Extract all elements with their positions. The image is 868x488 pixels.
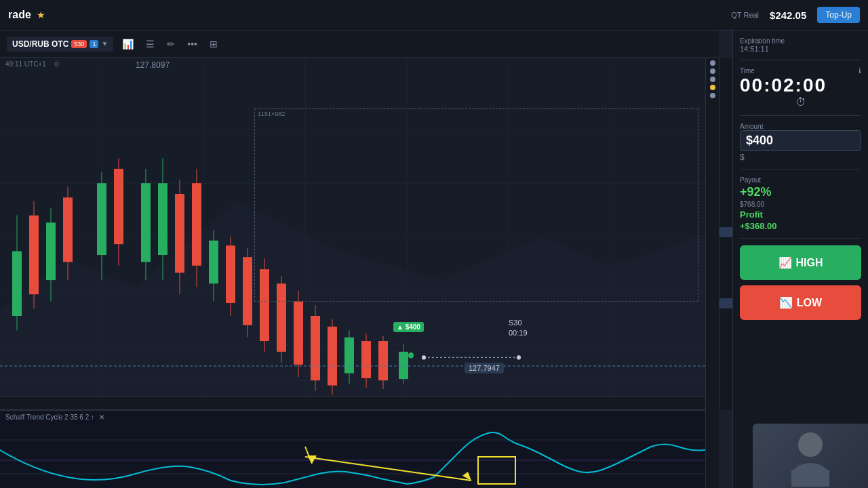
svg-rect-47 <box>328 327 337 386</box>
expiry-value: 14:51:11 <box>740 45 861 53</box>
svg-rect-33 <box>209 241 218 284</box>
expiry-section: Expiration time 14:51:11 <box>740 37 861 53</box>
amount-input[interactable] <box>740 130 861 151</box>
s30-label: S30 <box>509 319 522 327</box>
svg-rect-49 <box>344 338 354 373</box>
trade-marker: ▲ $400 <box>393 322 424 332</box>
asset-dropdown-arrow: ▼ <box>101 40 108 47</box>
amount-label: Amount <box>740 123 861 130</box>
indicator-panel: Schaff Trend Cycle 2 35 6 2 ↑ ✕ <box>0 410 719 488</box>
account-type: QT Real <box>731 11 759 19</box>
svg-rect-35 <box>226 245 235 303</box>
trade-amount-badge: ▲ $400 <box>393 322 424 332</box>
top-bar-right: QT Real $242.05 Top-Up <box>731 7 860 23</box>
mini-tool-5[interactable] <box>710 93 715 98</box>
svg-rect-21 <box>97 183 106 255</box>
time-info-icon[interactable]: ℹ <box>859 67 861 75</box>
top-bar: rade ★ QT Real $242.05 Top-Up <box>0 0 868 30</box>
high-button[interactable]: 📈 HIGH <box>740 245 861 280</box>
svg-point-69 <box>798 432 823 457</box>
divider-4 <box>740 238 861 239</box>
svg-rect-55 <box>399 352 408 379</box>
svg-rect-41 <box>277 283 286 352</box>
right-panel: Expiration time 14:51:11 Time ℹ 00:02:00… <box>732 30 868 488</box>
indicators-icon[interactable]: ☰ <box>142 37 158 52</box>
divider-1 <box>740 60 861 60</box>
trade-time-label: 00:19 <box>509 329 528 337</box>
chart-type-icon[interactable]: 📊 <box>119 37 137 52</box>
svg-point-59 <box>422 355 426 359</box>
more-tools-icon[interactable]: ••• <box>184 37 201 52</box>
asset-name: USD/RUB OTC <box>12 39 68 49</box>
profit-value: +$368.00 <box>740 221 861 231</box>
payout-value: +92% <box>740 185 861 199</box>
svg-rect-31 <box>192 183 201 266</box>
svg-rect-13 <box>12 251 22 316</box>
mini-tool-2[interactable] <box>710 68 715 74</box>
svg-rect-29 <box>175 194 184 272</box>
mini-tool-1[interactable] <box>710 60 715 66</box>
asset-badge-2: 1 <box>90 40 98 48</box>
balance-amount: $242.05 <box>770 9 806 21</box>
amount-currency: $ <box>740 152 861 162</box>
svg-rect-17 <box>46 222 56 280</box>
countdown-clock-icon: ⏱ <box>740 96 861 108</box>
indicator-chart <box>0 423 705 488</box>
indicator-label: Schaff Trend Cycle 2 35 6 2 ↑ ✕ <box>5 413 104 421</box>
svg-rect-45 <box>311 316 320 380</box>
time-bar <box>0 396 719 410</box>
expiry-label: Expiration time <box>740 37 861 45</box>
draw-icon[interactable]: ✏ <box>163 37 178 52</box>
mini-tools-sidebar <box>705 58 719 488</box>
star-icon: ★ <box>37 9 45 20</box>
low-button[interactable]: 📉 LOW <box>740 285 861 320</box>
divider-2 <box>740 115 861 116</box>
svg-rect-43 <box>294 302 303 365</box>
svg-rect-68 <box>478 457 515 484</box>
payout-label: Payout <box>740 176 861 184</box>
high-label: HIGH <box>796 257 823 269</box>
high-icon: 📈 <box>778 256 792 269</box>
webcam-overlay <box>753 424 868 488</box>
webcam-person-svg <box>776 426 844 487</box>
chart-toolbar: USD/RUB OTC 530 1 ▼ 📊 ☰ ✏ ••• ⊞ <box>0 30 719 58</box>
asset-badge-1: 530 <box>71 40 87 48</box>
time-countdown: 00:02:00 <box>740 75 861 96</box>
svg-rect-71 <box>791 470 829 487</box>
mini-tool-4[interactable] <box>710 85 715 90</box>
divider-3 <box>740 169 861 169</box>
chart-area: 49:11 UTC+1 ⚙ 127.8097 1151×982 <box>0 58 719 488</box>
low-icon: 📉 <box>779 296 793 309</box>
profit-label: Profit <box>740 209 861 220</box>
brand-name: rade <box>8 9 31 21</box>
svg-rect-27 <box>158 183 167 255</box>
layout-icon[interactable]: ⊞ <box>206 37 221 52</box>
top-bar-left: rade ★ <box>8 9 45 21</box>
svg-marker-67 <box>307 455 317 464</box>
svg-rect-25 <box>141 183 151 262</box>
time-section-label: Time <box>740 67 755 75</box>
svg-rect-37 <box>243 257 252 325</box>
time-section: Time ℹ 00:02:00 ⏱ <box>740 67 861 108</box>
svg-rect-39 <box>260 269 269 341</box>
svg-rect-53 <box>378 341 388 380</box>
low-label: LOW <box>797 297 822 309</box>
amount-section: Amount $ <box>740 123 861 162</box>
payout-section: Payout +92% $768.00 Profit +$368.00 <box>740 176 861 231</box>
svg-rect-19 <box>63 197 73 262</box>
asset-selector[interactable]: USD/RUB OTC 530 1 ▼ <box>7 37 113 52</box>
indicator-close[interactable]: ✕ <box>99 413 104 421</box>
mini-tool-3[interactable] <box>710 77 715 82</box>
svg-rect-23 <box>114 169 123 244</box>
svg-point-57 <box>408 352 414 358</box>
price-at-cursor: 127.7947 <box>465 363 504 373</box>
top-up-button[interactable]: Top-Up <box>817 7 860 23</box>
svg-rect-15 <box>29 216 39 294</box>
svg-rect-51 <box>361 341 371 378</box>
webcam-feed <box>753 424 868 488</box>
payout-amount: $768.00 <box>740 201 861 208</box>
svg-point-60 <box>517 355 521 359</box>
